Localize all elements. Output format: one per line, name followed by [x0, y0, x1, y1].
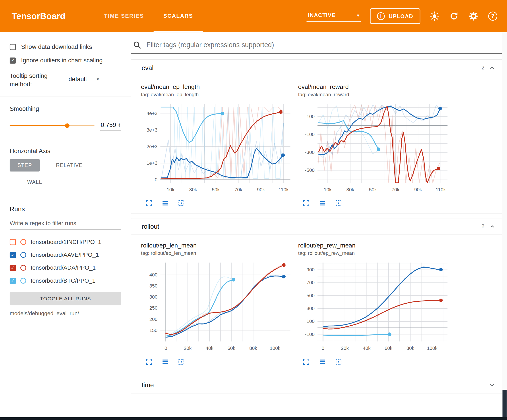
svg-text:10k: 10k [167, 187, 175, 193]
section-header-rollout[interactable]: rollout 2 [131, 218, 502, 235]
line-chart[interactable]: 020k40k60k80k100k150200250300350400 [141, 258, 293, 355]
fit-domain-icon[interactable] [335, 200, 342, 207]
data-table-icon[interactable] [162, 200, 169, 207]
header-actions: INACTIVE ▾ i UPLOAD [307, 0, 507, 32]
run-row[interactable]: tensorboard/1INCH/PPO_1 [10, 235, 121, 248]
section-card-rollout: rollout 2 rollout/ep_len_mean tag: rollo… [131, 218, 502, 372]
svg-text:-100: -100 [305, 131, 315, 137]
axis-step-button[interactable]: STEP [10, 159, 40, 172]
sun-icon [430, 11, 439, 21]
svg-text:50k: 50k [212, 187, 220, 193]
svg-text:-500: -500 [305, 167, 315, 173]
svg-text:80k: 80k [407, 345, 414, 351]
run-color-circle-icon [20, 278, 26, 283]
run-row[interactable]: ✓tensorboard/BTC/PPO_1 [10, 274, 121, 287]
status-dropdown[interactable]: INACTIVE ▾ [307, 10, 361, 22]
section-card-eval: eval 2 eval/mean_ep_length tag: eval/mea… [131, 60, 502, 214]
axis-wall-button[interactable]: WALL [25, 176, 44, 188]
fit-domain-icon[interactable] [178, 200, 185, 207]
chevron-up-icon[interactable] [489, 223, 495, 230]
chevron-down-icon[interactable] [489, 382, 495, 388]
chart-title: eval/mean_ep_length [141, 83, 293, 90]
svg-text:40k: 40k [206, 345, 213, 351]
chevron-up-icon[interactable] [489, 65, 495, 71]
data-table-icon[interactable] [319, 200, 326, 207]
svg-text:80k: 80k [249, 345, 257, 351]
svg-text:4e+3: 4e+3 [147, 110, 157, 116]
header: TensorBoard TIME SERIES SCALARS INACTIVE… [0, 0, 507, 32]
run-row[interactable]: ✓tensorboard/ADA/PPO_1 [10, 262, 121, 274]
search-icon [133, 41, 141, 49]
settings-sidebar: Show data download links ✓ Ignore outlie… [0, 32, 131, 417]
brightness-toggle-button[interactable] [429, 11, 440, 21]
svg-text:700: 700 [306, 280, 315, 285]
line-chart[interactable]: 10k30k50k70k90k110k100-100-300-500 [298, 100, 450, 196]
svg-text:100k: 100k [427, 345, 437, 351]
tab-time-series[interactable]: TIME SERIES [94, 0, 154, 32]
fit-domain-icon[interactable] [335, 358, 342, 365]
stepper-icon[interactable]: ▲▼ [118, 123, 121, 127]
slider-knob[interactable] [65, 124, 69, 128]
runs-heading: Runs [10, 206, 121, 213]
toggle-all-runs-button[interactable]: TOGGLE ALL RUNS [10, 292, 121, 305]
settings-button[interactable] [468, 11, 479, 21]
section-title: time [142, 381, 154, 389]
svg-text:0: 0 [164, 345, 167, 351]
chart-tag: tag: rollout/ep_len_mean [141, 250, 293, 256]
data-table-icon[interactable] [319, 358, 326, 365]
run-row[interactable]: ✓tensorboard/AAVE/PPO_1 [10, 248, 121, 262]
show-download-links-row[interactable]: Show data download links [10, 43, 121, 50]
svg-text:10k: 10k [324, 187, 331, 193]
run-label: tensorboard/AAVE/PPO_1 [31, 251, 99, 258]
upload-button[interactable]: i UPLOAD [370, 8, 420, 24]
scrollbar-thumb[interactable] [503, 390, 507, 417]
line-chart[interactable]: 10k30k50k70k90k110k01e+32e+33e+34e+3 [141, 100, 293, 196]
svg-text:20k: 20k [341, 345, 349, 351]
divider [0, 197, 131, 197]
smoothing-value-field[interactable]: 0.759 ▲▼ [100, 121, 121, 131]
run-label: tensorboard/ADA/PPO_1 [31, 264, 96, 271]
expand-chart-icon[interactable] [145, 200, 153, 207]
scrollbar[interactable] [502, 32, 507, 417]
run-checkbox[interactable]: ✓ [10, 278, 16, 284]
tag-filter-input[interactable] [146, 41, 501, 49]
window-bottom-edge [0, 417, 507, 420]
line-chart[interactable]: 020k40k60k80k100k-100100300500700900 [298, 258, 450, 355]
checkbox-checked-icon[interactable]: ✓ [10, 57, 16, 63]
section-header-time[interactable]: time [131, 377, 502, 393]
show-download-links-label: Show data download links [21, 43, 92, 50]
ignore-outliers-row[interactable]: ✓ Ignore outliers in chart scaling [10, 57, 121, 64]
expand-chart-icon[interactable] [303, 358, 310, 365]
horizontal-axis-toggle: STEP RELATIVE WALL [10, 159, 107, 188]
chevron-down-icon: ▾ [357, 13, 359, 18]
run-checkbox[interactable]: ✓ [10, 252, 16, 258]
fit-domain-icon[interactable] [178, 358, 185, 365]
tab-scalars[interactable]: SCALARS [154, 0, 203, 32]
tooltip-sorting-row: Tooltip sorting method: default ▾ [10, 72, 121, 88]
svg-text:-300: -300 [305, 150, 315, 155]
svg-text:250: 250 [149, 305, 158, 311]
axis-relative-button[interactable]: RELATIVE [54, 159, 84, 172]
chart-actions [303, 200, 450, 207]
smoothing-slider[interactable] [10, 124, 94, 128]
refresh-button[interactable] [449, 11, 459, 21]
svg-text:20k: 20k [184, 345, 191, 351]
runs-filter-input[interactable] [10, 219, 121, 230]
expand-chart-icon[interactable] [145, 358, 153, 365]
tensorboard-app: TensorBoard TIME SERIES SCALARS INACTIVE… [0, 0, 507, 420]
section-header-eval[interactable]: eval 2 [131, 60, 502, 76]
chevron-down-icon: ▾ [97, 76, 99, 82]
svg-text:110k: 110k [279, 187, 289, 193]
run-color-circle-icon [20, 252, 26, 258]
data-table-icon[interactable] [162, 358, 169, 365]
expand-chart-icon[interactable] [303, 200, 310, 207]
run-checkbox[interactable]: ✓ [10, 265, 16, 271]
chart-title: eval/mean_reward [298, 83, 450, 90]
checkbox-unchecked-icon[interactable] [10, 44, 16, 50]
tooltip-sorting-select[interactable]: default ▾ [67, 75, 100, 85]
svg-text:100: 100 [306, 318, 315, 324]
svg-text:1e+3: 1e+3 [147, 160, 157, 166]
run-checkbox[interactable] [10, 239, 16, 245]
help-button[interactable]: ? [487, 11, 498, 21]
svg-text:0: 0 [155, 177, 157, 182]
